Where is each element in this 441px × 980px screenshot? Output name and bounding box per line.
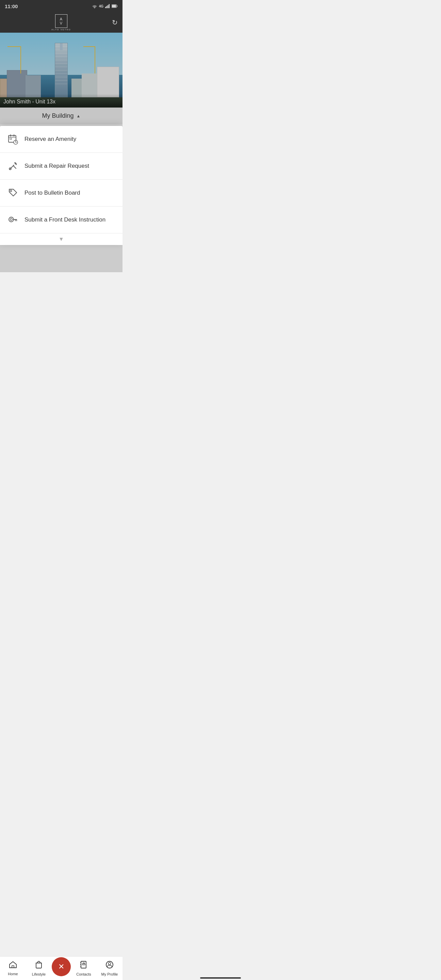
calendar-clock-icon (7, 134, 19, 145)
tag-icon (7, 187, 19, 199)
popup-item-submit-front-desk[interactable]: Submit a Front Desk Instruction (0, 207, 123, 234)
popup-card: Reserve an Amenity Submit a Repair Reque… (0, 126, 123, 245)
svg-line-19 (13, 166, 16, 169)
reserve-amenity-label: Reserve an Amenity (24, 136, 76, 143)
popup-item-post-bulletin[interactable]: Post to Bulletin Board (0, 180, 123, 207)
submit-front-desk-label: Submit a Front Desk Instruction (24, 216, 105, 223)
post-bulletin-icon (7, 187, 19, 199)
svg-point-20 (10, 190, 12, 192)
key-icon (7, 214, 19, 226)
tools-icon (7, 160, 19, 172)
popup-arrow: ▼ (0, 234, 123, 245)
arrow-icon: ▼ (59, 236, 64, 242)
svg-point-21 (9, 217, 14, 222)
svg-rect-15 (10, 138, 11, 140)
submit-repair-icon (7, 160, 19, 172)
popup-item-reserve-amenity[interactable]: Reserve an Amenity (0, 126, 123, 153)
popup-item-submit-repair[interactable]: Submit a Repair Request (0, 153, 123, 180)
submit-front-desk-icon (7, 214, 19, 226)
svg-point-22 (10, 218, 12, 221)
reserve-amenity-icon (7, 134, 19, 145)
submit-repair-label: Submit a Repair Request (24, 163, 89, 169)
post-bulletin-label: Post to Bulletin Board (24, 189, 80, 196)
